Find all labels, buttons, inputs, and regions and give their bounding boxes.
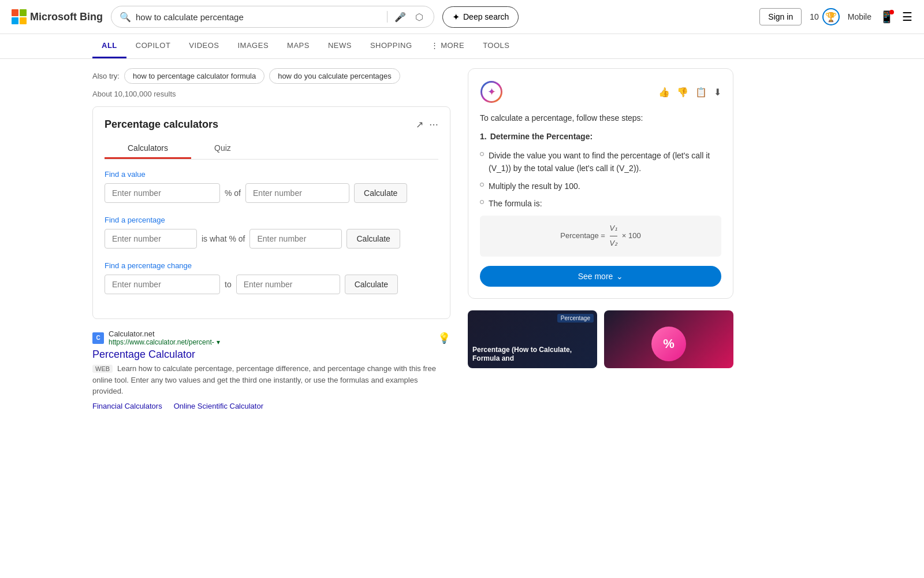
right-column: ✦ 👍 👎 📋 ⬇ To calculate a percentage, fol… <box>468 68 733 420</box>
find-value-row: % of Calculate <box>105 183 438 203</box>
thumbs-down-button[interactable]: 👎 <box>677 87 688 98</box>
results-count: About 10,100,000 results <box>92 90 450 98</box>
insight-button[interactable]: 💡 <box>438 332 450 344</box>
search-input[interactable] <box>136 12 382 22</box>
calculator-card: Percentage calculators ↗ ⋯ Calculators Q… <box>92 106 450 319</box>
web-result: C Calculator.net https://www.calculator.… <box>92 329 450 410</box>
site-favicon: C <box>92 332 104 344</box>
hamburger-button[interactable]: ☰ <box>902 10 912 24</box>
sublinks: Financial Calculators Online Scientific … <box>92 402 450 410</box>
formula-num: V₁ <box>610 223 618 236</box>
web-result-tag: WEB <box>92 365 113 373</box>
more-options-button[interactable]: ⋯ <box>429 119 438 130</box>
web-result-source: C Calculator.net https://www.calculator.… <box>92 329 450 346</box>
calc-card-header: Percentage calculators ↗ ⋯ <box>105 118 438 131</box>
step-label-bold: Determine the Percentage: <box>490 132 593 141</box>
find-value-middle: % of <box>225 188 241 198</box>
url-arrow: ▾ <box>217 338 220 346</box>
nav-tab-more[interactable]: ⋮ MORE <box>422 34 474 58</box>
thumb-content: % <box>651 327 686 364</box>
find-value-label: Find a value <box>105 170 438 179</box>
copilot-text: To calculate a percentage, follow these … <box>480 112 721 257</box>
tab-quiz[interactable]: Quiz <box>191 139 254 159</box>
find-change-input2[interactable] <box>236 275 340 294</box>
bing-logo-squares <box>12 9 27 24</box>
find-change-calculate[interactable]: Calculate <box>345 275 398 294</box>
copilot-list: Divide the value you want to find the pe… <box>480 149 721 210</box>
nav-tab-shopping[interactable]: SHOPPING <box>361 34 422 58</box>
web-result-title[interactable]: Percentage Calculator <box>92 349 450 361</box>
video-thumbnails: Percentage (How to Calculate, Formula an… <box>468 310 733 368</box>
step-number: 1. <box>480 130 487 143</box>
mobile-icon-button[interactable]: 📱 <box>880 10 894 24</box>
search-icon: 🔍 <box>120 12 131 23</box>
sublink-scientific[interactable]: Online Scientific Calculator <box>174 402 263 410</box>
find-percentage-input2[interactable] <box>249 229 342 249</box>
copy-button[interactable]: 📋 <box>695 87 707 98</box>
find-percentage-row: is what % of Calculate <box>105 229 438 249</box>
also-try-pill-2[interactable]: how do you calculate percentages <box>269 68 400 84</box>
find-percentage-input1[interactable] <box>105 229 197 249</box>
percent-circle: % <box>651 327 686 361</box>
sublink-financial[interactable]: Financial Calculators <box>92 402 162 410</box>
nav-tabs: ALLCOPILOTVIDEOSIMAGESMAPSNEWSSHOPPING⋮ … <box>0 34 924 59</box>
calc-card-title: Percentage calculators <box>105 118 218 131</box>
copilot-bullet-2: Multiply the result by 100. <box>480 180 721 192</box>
nav-tab-maps[interactable]: MAPS <box>278 34 319 58</box>
thumb-tag-1: Percentage <box>557 314 594 323</box>
visual-search-button[interactable]: ⬡ <box>413 12 426 23</box>
find-percentage-calculate[interactable]: Calculate <box>346 229 400 249</box>
find-value-calculate[interactable]: Calculate <box>354 183 407 203</box>
copilot-logo: ✦ <box>480 80 503 103</box>
video-thumb-2[interactable]: % <box>604 310 733 368</box>
tab-calculators[interactable]: Calculators <box>105 139 191 159</box>
copilot-step-1: 1. Determine the Percentage: <box>480 130 721 143</box>
header: Microsoft Bing 🔍 🎤 ⬡ ✦ Deep search Sign … <box>0 0 924 34</box>
copilot-bullet-1: Divide the value you want to find the pe… <box>480 149 721 175</box>
find-percentage-section: Find a percentage is what % of Calculate <box>105 216 438 249</box>
copilot-actions: 👍 👎 📋 ⬇ <box>658 87 721 98</box>
formula-prefix: Percentage = <box>560 231 605 240</box>
left-column: Also try: how to percentage calculator f… <box>92 68 450 420</box>
thumb-pink-bg: % <box>604 310 733 368</box>
logo-text: Microsoft Bing <box>30 11 103 23</box>
find-value-input2[interactable] <box>245 183 349 203</box>
find-value-input1[interactable] <box>105 183 220 203</box>
deep-search-button[interactable]: ✦ Deep search <box>442 6 519 28</box>
step-label: Determine the Percentage: <box>490 130 593 143</box>
copilot-bullet-3: The formula is: <box>480 197 721 210</box>
copilot-intro: To calculate a percentage, follow these … <box>480 112 721 124</box>
see-more-label: See more <box>578 272 613 281</box>
nav-tab-videos[interactable]: VIDEOS <box>180 34 228 58</box>
nav-tab-copilot[interactable]: COPILOT <box>126 34 180 58</box>
also-try-pill-1[interactable]: how to percentage calculator formula <box>124 68 264 84</box>
formula-den: V₂ <box>610 236 618 250</box>
sign-in-button[interactable]: Sign in <box>759 8 802 25</box>
deep-search-icon: ✦ <box>452 12 460 23</box>
site-url: https://www.calculator.net/percent- ▾ <box>109 338 220 346</box>
thumbs-up-button[interactable]: 👍 <box>658 87 670 98</box>
points-area[interactable]: 10 🏆 <box>810 8 840 25</box>
see-more-button[interactable]: See more ⌄ <box>480 266 721 287</box>
points-count: 10 <box>810 12 819 21</box>
download-button[interactable]: ⬇ <box>714 87 721 98</box>
rewards-badge: 🏆 <box>822 8 840 25</box>
share-button[interactable]: ↗ <box>416 119 423 130</box>
nav-tab-all[interactable]: ALL <box>92 34 126 58</box>
nav-tab-images[interactable]: IMAGES <box>228 34 278 58</box>
bullet-circle-2 <box>480 183 484 187</box>
find-change-input1[interactable] <box>105 275 220 294</box>
video-thumb-1[interactable]: Percentage (How to Calculate, Formula an… <box>468 310 597 368</box>
search-bar[interactable]: 🔍 🎤 ⬡ <box>111 6 434 28</box>
also-try-label: Also try: <box>92 72 120 80</box>
nav-tab-tools[interactable]: TOOLS <box>474 34 519 58</box>
mic-button[interactable]: 🎤 <box>392 12 408 23</box>
formula-fraction: V₁ V₂ <box>610 223 618 250</box>
web-result-body: WEB Learn how to calculate percentage, p… <box>92 363 450 397</box>
nav-tab-news[interactable]: NEWS <box>319 34 361 58</box>
copilot-card-header: ✦ 👍 👎 📋 ⬇ <box>480 80 721 103</box>
logo-area[interactable]: Microsoft Bing <box>12 9 103 24</box>
find-change-row: to Calculate <box>105 275 438 294</box>
mobile-label: Mobile <box>848 12 871 21</box>
find-percentage-label: Find a percentage <box>105 216 438 224</box>
